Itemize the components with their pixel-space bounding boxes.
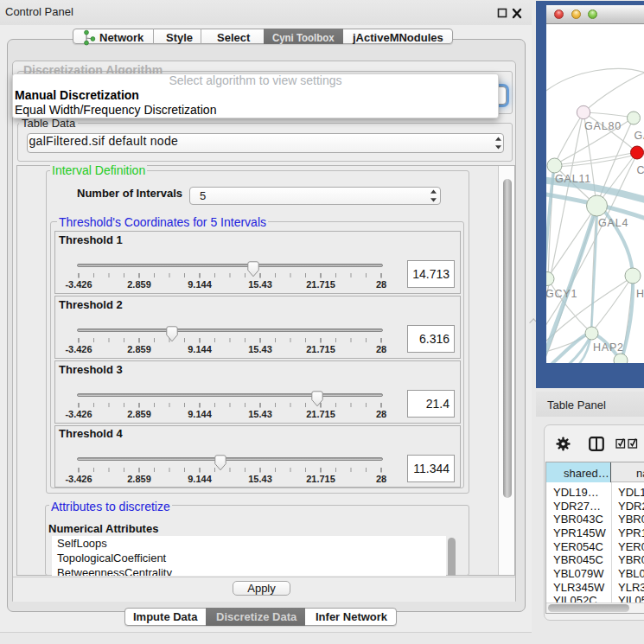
svg-text:GCY1: GCY1 [546, 288, 577, 300]
svg-text:HAP2: HAP2 [593, 341, 624, 354]
svg-text:GAL80: GAL80 [584, 120, 622, 132]
svg-text:GAL11: GAL11 [555, 173, 591, 185]
svg-text:GA: GA [634, 130, 644, 142]
svg-text:C: C [637, 164, 644, 176]
svg-text:GAL4: GAL4 [598, 217, 628, 229]
svg-text:H: H [636, 288, 644, 300]
